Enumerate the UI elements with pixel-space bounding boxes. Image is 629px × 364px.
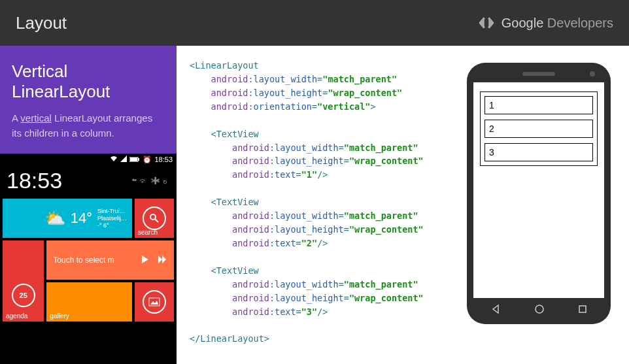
svg-rect-5 (149, 298, 160, 306)
nav-back-icon (490, 304, 501, 317)
gallery-icon-tile (135, 282, 174, 322)
phone-speaker (522, 72, 555, 76)
brand-text: Google Developers (502, 16, 613, 31)
weather-icon: ⛅ (44, 208, 65, 229)
main-panel: <LinearLayout android:layout_width="matc… (177, 46, 629, 364)
sidebar-description: A vertical LinearLayout arranges its chi… (12, 111, 165, 141)
code-block: <LinearLayout android:layout_width="matc… (190, 59, 454, 364)
slide-header: Layout Google Developers (0, 0, 629, 46)
svg-rect-2 (138, 158, 139, 161)
textview-1: 1 (484, 96, 593, 114)
sync-icon: ↻ (163, 176, 170, 186)
phone-camera (590, 71, 595, 76)
search-label: search (138, 229, 158, 236)
phone-navbar (473, 302, 604, 319)
svg-point-6 (536, 305, 543, 313)
weather-temp: 14° (71, 210, 92, 227)
brand-block: Google Developers (478, 14, 613, 31)
weather-text: Sint-Trui…Plaatselij…-° 6° (97, 208, 127, 229)
battery-icon (129, 156, 140, 163)
developers-logo-icon (478, 14, 495, 31)
next-icon (157, 254, 167, 267)
svg-line-4 (155, 219, 158, 222)
image-icon (143, 290, 166, 314)
nav-recent-icon (578, 305, 587, 316)
phone-illustration: 1 2 3 (467, 59, 617, 364)
mock-clock-row: 18:53 ☁ᯤ✱↻ (0, 165, 177, 196)
status-time: 18:53 (154, 156, 173, 163)
textview-3: 3 (484, 143, 593, 161)
agenda-label: agenda (6, 312, 27, 320)
cloud-icon: ☁ (132, 176, 139, 186)
play-icon (140, 254, 150, 267)
svg-rect-7 (579, 306, 586, 312)
wifi-small-icon: ᯤ (139, 176, 151, 186)
textview-2: 2 (484, 120, 593, 138)
sidebar-heading: VerticalLinearLayout (12, 61, 165, 102)
big-clock: 18:53 (7, 168, 62, 193)
signal-icon (120, 156, 127, 163)
alarm-icon: ⏰ (143, 156, 152, 164)
mock-tiles: ⛅ 14° Sint-Trui…Plaatselij…-° 6° search … (0, 196, 177, 324)
nav-home-icon (534, 304, 545, 317)
search-icon (143, 207, 166, 230)
mock-status-bar: ⏰ 18:53 (0, 154, 177, 165)
music-tile: Touch to select m (46, 240, 174, 280)
phone-body: 1 2 3 (467, 63, 611, 324)
header-title: Layout (16, 13, 67, 33)
content-area: VerticalLinearLayout A vertical LinearLa… (0, 46, 629, 364)
example-phone-mock: ⏰ 18:53 18:53 ☁ᯤ✱↻ ⛅ 14° Sint-Trui…Plaat… (0, 154, 177, 364)
gallery-tile: gallery (46, 282, 132, 322)
weather-tile: ⛅ 14° Sint-Trui…Plaatselij…-° 6° (3, 199, 132, 238)
clock-small-icons: ☁ᯤ✱↻ (69, 176, 170, 186)
gallery-label: gallery (50, 312, 69, 320)
sidebar: VerticalLinearLayout A vertical LinearLa… (0, 46, 177, 364)
calendar-icon: 25 (12, 284, 35, 307)
linearlayout-box: 1 2 3 (480, 91, 598, 166)
svg-point-3 (150, 214, 156, 220)
phone-screen: 1 2 3 (473, 82, 604, 298)
agenda-tile: 25 agenda (3, 240, 44, 322)
bluetooth-icon: ✱ (151, 176, 163, 186)
svg-rect-1 (130, 157, 137, 161)
music-text: Touch to select m (53, 256, 133, 265)
wifi-icon (110, 156, 118, 163)
search-tile: search (135, 199, 174, 238)
